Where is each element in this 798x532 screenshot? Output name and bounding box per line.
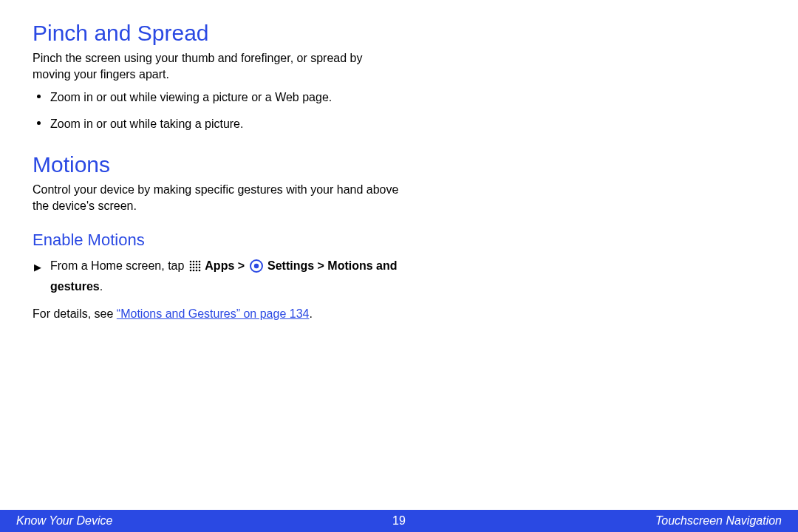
motions-gestures-crossref-link[interactable]: “Motions and Gestures” on page 134 — [117, 307, 310, 320]
svg-point-4 — [190, 263, 192, 265]
svg-point-7 — [199, 263, 201, 265]
svg-point-10 — [196, 266, 198, 268]
page-footer: Know Your Device 19 Touchscreen Navigati… — [0, 510, 798, 532]
svg-point-12 — [190, 269, 192, 271]
ref-suffix: . — [309, 307, 312, 320]
manual-page: Pinch and Spread Pinch the screen using … — [0, 0, 798, 532]
step-sep-1: > — [234, 259, 248, 272]
heading-pinch-spread: Pinch and Spread — [33, 21, 768, 46]
svg-point-2 — [196, 260, 198, 262]
svg-point-9 — [193, 266, 195, 268]
svg-point-15 — [199, 269, 201, 271]
step-suffix: . — [100, 280, 103, 293]
svg-point-17 — [253, 263, 258, 267]
svg-point-1 — [193, 260, 195, 262]
ref-prefix: For details, see — [33, 307, 117, 320]
pinch-spread-intro: Pinch the screen using your thumb and fo… — [33, 50, 402, 82]
step-settings-label: Settings — [267, 259, 314, 272]
svg-point-11 — [199, 266, 201, 268]
enable-motions-step: ▶ From a Home screen, tap Apps > Setting… — [33, 257, 449, 296]
svg-point-14 — [196, 269, 198, 271]
step-text-prefix: From a Home screen, tap — [50, 259, 188, 272]
footer-section-title: Touchscreen Navigation — [406, 514, 782, 528]
svg-point-13 — [193, 269, 195, 271]
heading-enable-motions: Enable Motions — [33, 231, 768, 250]
apps-grid-icon — [189, 259, 201, 277]
heading-motions: Motions — [33, 152, 768, 177]
step-arrow-icon: ▶ — [34, 260, 41, 275]
step-sep-2: > — [314, 259, 327, 272]
pinch-spread-bullets: Zoom in or out while viewing a picture o… — [33, 89, 402, 132]
svg-point-0 — [190, 260, 192, 262]
list-item: Zoom in or out while taking a picture. — [33, 116, 402, 132]
enable-motions-reference: For details, see “Motions and Gestures” … — [33, 307, 446, 321]
settings-gear-icon — [250, 259, 263, 278]
list-item: Zoom in or out while viewing a picture o… — [33, 89, 402, 106]
motions-intro: Control your device by making specific g… — [33, 182, 402, 214]
svg-point-5 — [193, 263, 195, 265]
footer-chapter-title: Know Your Device — [16, 514, 392, 528]
svg-point-6 — [196, 263, 198, 265]
footer-page-number: 19 — [392, 514, 406, 528]
step-apps-label: Apps — [205, 259, 234, 272]
svg-point-8 — [190, 266, 192, 268]
svg-point-3 — [199, 260, 201, 262]
